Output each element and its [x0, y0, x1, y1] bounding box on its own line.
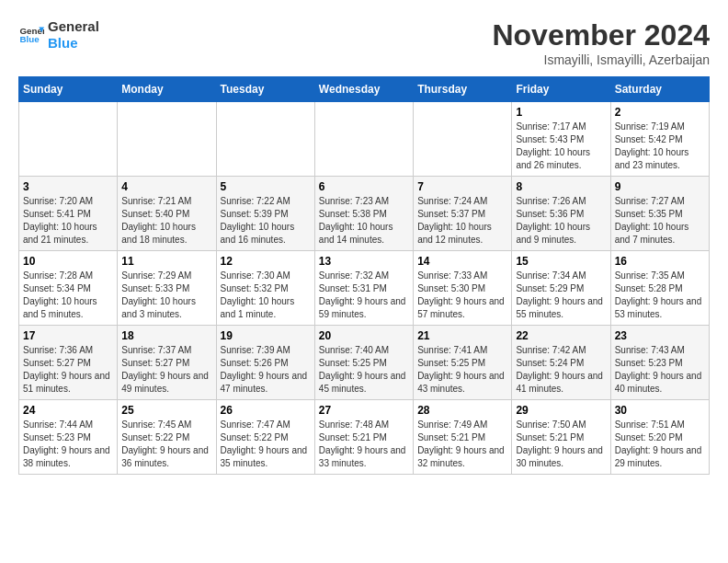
day-number: 22	[516, 329, 606, 342]
day-info: Sunrise: 7:28 AM Sunset: 5:34 PM Dayligh…	[23, 270, 113, 321]
day-number: 17	[23, 329, 113, 342]
day-number: 6	[319, 180, 409, 193]
weekday-header-sunday: Sunday	[19, 77, 118, 102]
month-title: November 2024	[492, 18, 710, 52]
day-info: Sunrise: 7:47 AM Sunset: 5:22 PM Dayligh…	[221, 419, 311, 470]
day-info: Sunrise: 7:41 AM Sunset: 5:25 PM Dayligh…	[417, 344, 507, 396]
weekday-header-saturday: Saturday	[610, 77, 709, 102]
day-number: 19	[221, 329, 311, 342]
day-info: Sunrise: 7:17 AM Sunset: 5:43 PM Dayligh…	[516, 121, 606, 172]
calendar-cell: 11Sunrise: 7:29 AM Sunset: 5:33 PM Dayli…	[118, 251, 216, 326]
day-info: Sunrise: 7:33 AM Sunset: 5:30 PM Dayligh…	[417, 270, 507, 321]
day-info: Sunrise: 7:44 AM Sunset: 5:23 PM Dayligh…	[23, 419, 113, 470]
day-info: Sunrise: 7:30 AM Sunset: 5:32 PM Dayligh…	[221, 270, 311, 321]
location-title: Ismayilli, Ismayilli, Azerbaijan	[492, 52, 710, 67]
week-row-0: 1Sunrise: 7:17 AM Sunset: 5:43 PM Daylig…	[19, 102, 710, 177]
day-info: Sunrise: 7:26 AM Sunset: 5:36 PM Dayligh…	[516, 195, 606, 247]
day-number: 14	[417, 255, 507, 268]
weekday-header-wednesday: Wednesday	[314, 77, 413, 102]
day-info: Sunrise: 7:19 AM Sunset: 5:42 PM Dayligh…	[615, 121, 705, 172]
day-info: Sunrise: 7:23 AM Sunset: 5:38 PM Dayligh…	[319, 195, 409, 247]
day-number: 5	[221, 180, 311, 193]
day-number: 29	[516, 404, 606, 417]
day-info: Sunrise: 7:35 AM Sunset: 5:28 PM Dayligh…	[615, 270, 705, 321]
day-info: Sunrise: 7:42 AM Sunset: 5:24 PM Dayligh…	[516, 344, 606, 396]
day-number: 11	[121, 255, 211, 268]
day-number: 27	[319, 404, 409, 417]
calendar-cell: 29Sunrise: 7:50 AM Sunset: 5:21 PM Dayli…	[512, 400, 610, 475]
calendar-cell: 21Sunrise: 7:41 AM Sunset: 5:25 PM Dayli…	[414, 326, 512, 400]
day-info: Sunrise: 7:34 AM Sunset: 5:29 PM Dayligh…	[516, 270, 606, 321]
logo-icon: General Blue	[18, 22, 44, 48]
day-number: 1	[516, 106, 606, 119]
calendar-cell: 18Sunrise: 7:37 AM Sunset: 5:27 PM Dayli…	[118, 326, 216, 400]
day-info: Sunrise: 7:43 AM Sunset: 5:23 PM Dayligh…	[615, 344, 705, 396]
svg-text:Blue: Blue	[19, 34, 40, 44]
calendar-cell	[216, 102, 314, 177]
calendar-cell: 8Sunrise: 7:26 AM Sunset: 5:36 PM Daylig…	[512, 177, 610, 251]
weekday-header-row: SundayMondayTuesdayWednesdayThursdayFrid…	[19, 77, 710, 102]
calendar-cell: 4Sunrise: 7:21 AM Sunset: 5:40 PM Daylig…	[118, 177, 216, 251]
day-info: Sunrise: 7:48 AM Sunset: 5:21 PM Dayligh…	[319, 419, 409, 470]
calendar-cell: 15Sunrise: 7:34 AM Sunset: 5:29 PM Dayli…	[512, 251, 610, 326]
calendar-cell: 25Sunrise: 7:45 AM Sunset: 5:22 PM Dayli…	[118, 400, 216, 475]
day-info: Sunrise: 7:21 AM Sunset: 5:40 PM Dayligh…	[121, 195, 211, 247]
week-row-2: 10Sunrise: 7:28 AM Sunset: 5:34 PM Dayli…	[19, 251, 710, 326]
calendar-cell: 19Sunrise: 7:39 AM Sunset: 5:26 PM Dayli…	[216, 326, 314, 400]
day-number: 4	[121, 180, 211, 193]
calendar-cell: 12Sunrise: 7:30 AM Sunset: 5:32 PM Dayli…	[216, 251, 314, 326]
day-number: 18	[121, 329, 211, 342]
day-number: 25	[121, 404, 211, 417]
day-info: Sunrise: 7:36 AM Sunset: 5:27 PM Dayligh…	[23, 344, 113, 396]
day-number: 23	[615, 329, 705, 342]
day-info: Sunrise: 7:20 AM Sunset: 5:41 PM Dayligh…	[23, 195, 113, 247]
day-number: 26	[221, 404, 311, 417]
day-info: Sunrise: 7:45 AM Sunset: 5:22 PM Dayligh…	[121, 419, 211, 470]
day-number: 24	[23, 404, 113, 417]
week-row-3: 17Sunrise: 7:36 AM Sunset: 5:27 PM Dayli…	[19, 326, 710, 400]
day-number: 28	[417, 404, 507, 417]
calendar-cell: 1Sunrise: 7:17 AM Sunset: 5:43 PM Daylig…	[512, 102, 610, 177]
day-info: Sunrise: 7:22 AM Sunset: 5:39 PM Dayligh…	[221, 195, 311, 247]
day-info: Sunrise: 7:29 AM Sunset: 5:33 PM Dayligh…	[121, 270, 211, 321]
day-number: 13	[319, 255, 409, 268]
day-info: Sunrise: 7:49 AM Sunset: 5:21 PM Dayligh…	[417, 419, 507, 470]
calendar-cell	[314, 102, 413, 177]
calendar-cell: 17Sunrise: 7:36 AM Sunset: 5:27 PM Dayli…	[19, 326, 118, 400]
day-number: 20	[319, 329, 409, 342]
calendar-cell: 20Sunrise: 7:40 AM Sunset: 5:25 PM Dayli…	[314, 326, 413, 400]
calendar-cell: 28Sunrise: 7:49 AM Sunset: 5:21 PM Dayli…	[414, 400, 512, 475]
weekday-header-thursday: Thursday	[414, 77, 512, 102]
calendar-cell: 14Sunrise: 7:33 AM Sunset: 5:30 PM Dayli…	[414, 251, 512, 326]
calendar-cell	[118, 102, 216, 177]
calendar: SundayMondayTuesdayWednesdayThursdayFrid…	[18, 76, 710, 475]
day-number: 7	[417, 180, 507, 193]
calendar-cell: 24Sunrise: 7:44 AM Sunset: 5:23 PM Dayli…	[19, 400, 118, 475]
day-info: Sunrise: 7:40 AM Sunset: 5:25 PM Dayligh…	[319, 344, 409, 396]
day-number: 16	[615, 255, 705, 268]
day-number: 21	[417, 329, 507, 342]
logo-general: General	[48, 18, 99, 35]
calendar-cell: 27Sunrise: 7:48 AM Sunset: 5:21 PM Dayli…	[314, 400, 413, 475]
day-info: Sunrise: 7:39 AM Sunset: 5:26 PM Dayligh…	[221, 344, 311, 396]
day-info: Sunrise: 7:27 AM Sunset: 5:35 PM Dayligh…	[615, 195, 705, 247]
day-number: 12	[221, 255, 311, 268]
logo-blue: Blue	[48, 35, 99, 52]
header: General Blue General Blue November 2024 …	[18, 18, 710, 67]
calendar-cell: 22Sunrise: 7:42 AM Sunset: 5:24 PM Dayli…	[512, 326, 610, 400]
week-row-4: 24Sunrise: 7:44 AM Sunset: 5:23 PM Dayli…	[19, 400, 710, 475]
day-info: Sunrise: 7:50 AM Sunset: 5:21 PM Dayligh…	[516, 419, 606, 470]
calendar-cell: 2Sunrise: 7:19 AM Sunset: 5:42 PM Daylig…	[610, 102, 709, 177]
logo: General Blue General Blue	[18, 18, 99, 52]
calendar-cell: 23Sunrise: 7:43 AM Sunset: 5:23 PM Dayli…	[610, 326, 709, 400]
day-number: 10	[23, 255, 113, 268]
calendar-cell: 6Sunrise: 7:23 AM Sunset: 5:38 PM Daylig…	[314, 177, 413, 251]
week-row-1: 3Sunrise: 7:20 AM Sunset: 5:41 PM Daylig…	[19, 177, 710, 251]
calendar-cell: 30Sunrise: 7:51 AM Sunset: 5:20 PM Dayli…	[610, 400, 709, 475]
calendar-cell: 5Sunrise: 7:22 AM Sunset: 5:39 PM Daylig…	[216, 177, 314, 251]
calendar-cell: 10Sunrise: 7:28 AM Sunset: 5:34 PM Dayli…	[19, 251, 118, 326]
day-info: Sunrise: 7:37 AM Sunset: 5:27 PM Dayligh…	[121, 344, 211, 396]
day-number: 8	[516, 180, 606, 193]
calendar-cell: 26Sunrise: 7:47 AM Sunset: 5:22 PM Dayli…	[216, 400, 314, 475]
day-info: Sunrise: 7:51 AM Sunset: 5:20 PM Dayligh…	[615, 419, 705, 470]
